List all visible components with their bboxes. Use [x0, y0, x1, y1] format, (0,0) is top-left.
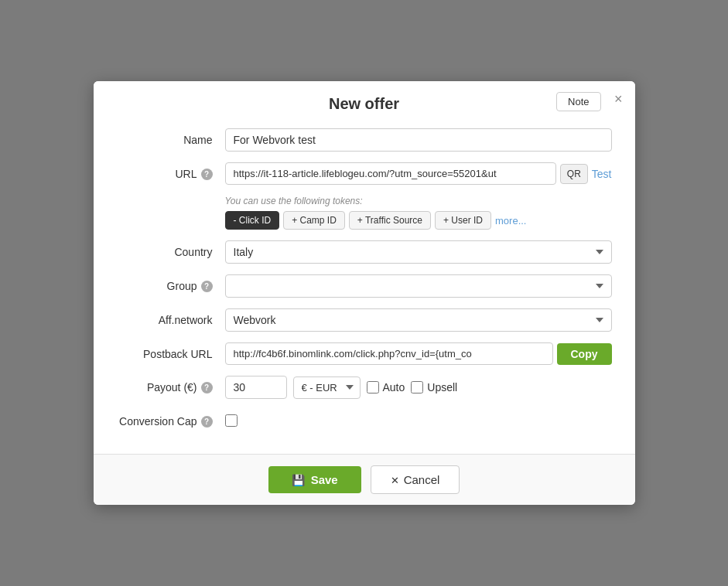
- payout-wrapper: € - EUR $ - USD £ - GBP Auto Upsell: [225, 376, 458, 399]
- modal-overlay: New offer Note × Name URL ? QR: [0, 0, 728, 586]
- affnetwork-row: Aff.network Webvork Other Network: [117, 308, 612, 332]
- affnetwork-select[interactable]: Webvork Other Network: [225, 308, 612, 332]
- tokens-section: You can use the following tokens: - Clic…: [225, 196, 612, 230]
- conversion-cap-row: Conversion Cap ?: [117, 410, 612, 428]
- close-button[interactable]: ×: [614, 92, 623, 106]
- auto-checkbox[interactable]: [367, 381, 379, 394]
- name-input[interactable]: [225, 128, 612, 152]
- token-click-id-button[interactable]: - Click ID: [225, 211, 280, 230]
- new-offer-modal: New offer Note × Name URL ? QR: [94, 81, 635, 505]
- country-row: Country Italy France Germany Spain Other: [117, 240, 612, 264]
- group-row: Group ? Group 1 Group 2: [117, 274, 612, 298]
- token-more-link[interactable]: more...: [495, 215, 526, 227]
- upsell-checkbox-label: Upsell: [411, 381, 457, 394]
- url-help-icon[interactable]: ?: [201, 169, 213, 180]
- tokens-row: You can use the following tokens: - Clic…: [117, 196, 612, 230]
- cancel-button[interactable]: Cancel: [371, 465, 460, 494]
- payout-input[interactable]: [225, 376, 287, 399]
- country-select[interactable]: Italy France Germany Spain Other: [225, 240, 612, 264]
- auto-checkbox-label: Auto: [367, 381, 405, 394]
- affnetwork-label: Aff.network: [117, 308, 225, 326]
- note-button[interactable]: Note: [556, 92, 600, 111]
- test-link[interactable]: Test: [592, 168, 612, 180]
- token-user-id-button[interactable]: + User ID: [435, 211, 491, 230]
- save-button[interactable]: Save: [268, 466, 361, 493]
- postback-label: Postback URL: [117, 342, 225, 360]
- postback-row: Postback URL Copy: [117, 342, 612, 365]
- floppy-icon: [292, 473, 305, 486]
- payout-row: Payout (€) ? € - EUR $ - USD £ - GBP Aut…: [117, 376, 612, 399]
- payout-label: Payout (€) ?: [117, 376, 225, 394]
- modal-footer: Save Cancel: [94, 454, 635, 505]
- url-input[interactable]: [225, 162, 556, 185]
- postback-wrapper: Copy: [225, 342, 612, 365]
- payout-help-icon[interactable]: ?: [201, 382, 213, 394]
- modal-body: Name URL ? QR Test You: [94, 121, 635, 454]
- conversion-cap-controls: [225, 410, 238, 427]
- qr-button[interactable]: QR: [560, 164, 588, 184]
- group-label: Group ?: [117, 274, 225, 292]
- url-wrapper: QR Test: [225, 162, 612, 185]
- tokens-hint: You can use the following tokens:: [225, 196, 612, 206]
- token-buttons: - Click ID + Camp ID + Traffic Source + …: [225, 211, 612, 230]
- modal-header: New offer Note ×: [94, 81, 635, 121]
- url-row: URL ? QR Test: [117, 162, 612, 185]
- conversion-cap-label: Conversion Cap ?: [117, 410, 225, 428]
- postback-input[interactable]: [225, 342, 553, 365]
- x-icon: [391, 473, 399, 486]
- tokens-label-spacer: [117, 196, 225, 201]
- upsell-checkbox[interactable]: [411, 381, 423, 394]
- url-label: URL ?: [117, 162, 225, 180]
- copy-button[interactable]: Copy: [557, 343, 612, 365]
- name-label: Name: [117, 128, 225, 146]
- conversion-cap-checkbox[interactable]: [225, 414, 238, 427]
- token-traffic-source-button[interactable]: + Traffic Source: [349, 211, 431, 230]
- name-row: Name: [117, 128, 612, 152]
- country-label: Country: [117, 240, 225, 258]
- group-help-icon[interactable]: ?: [201, 281, 213, 292]
- token-camp-id-button[interactable]: + Camp ID: [283, 211, 345, 230]
- currency-select[interactable]: € - EUR $ - USD £ - GBP: [293, 376, 361, 399]
- modal-title: New offer: [329, 95, 399, 113]
- conversion-cap-help-icon[interactable]: ?: [201, 416, 213, 428]
- group-select[interactable]: Group 1 Group 2: [225, 274, 612, 298]
